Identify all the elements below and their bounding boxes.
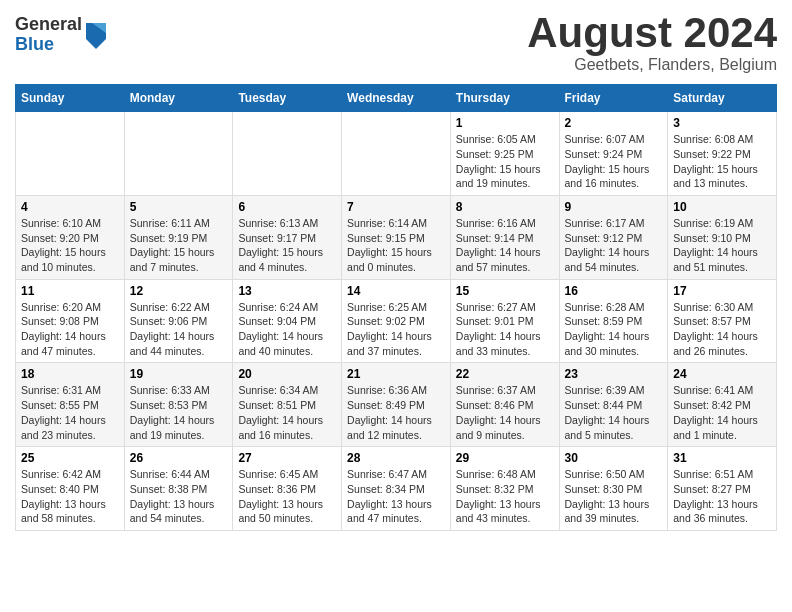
- day-number: 15: [456, 284, 554, 298]
- day-number: 25: [21, 451, 119, 465]
- table-row: 15Sunrise: 6:27 AMSunset: 9:01 PMDayligh…: [450, 279, 559, 363]
- day-info: Sunrise: 6:24 AMSunset: 9:04 PMDaylight:…: [238, 300, 336, 359]
- day-number: 8: [456, 200, 554, 214]
- day-number: 2: [565, 116, 663, 130]
- table-row: 29Sunrise: 6:48 AMSunset: 8:32 PMDayligh…: [450, 447, 559, 531]
- day-info: Sunrise: 6:16 AMSunset: 9:14 PMDaylight:…: [456, 216, 554, 275]
- day-info: Sunrise: 6:07 AMSunset: 9:24 PMDaylight:…: [565, 132, 663, 191]
- day-info: Sunrise: 6:10 AMSunset: 9:20 PMDaylight:…: [21, 216, 119, 275]
- day-number: 12: [130, 284, 228, 298]
- day-number: 19: [130, 367, 228, 381]
- table-row: 25Sunrise: 6:42 AMSunset: 8:40 PMDayligh…: [16, 447, 125, 531]
- table-row: 14Sunrise: 6:25 AMSunset: 9:02 PMDayligh…: [342, 279, 451, 363]
- day-number: 3: [673, 116, 771, 130]
- day-info: Sunrise: 6:22 AMSunset: 9:06 PMDaylight:…: [130, 300, 228, 359]
- day-number: 31: [673, 451, 771, 465]
- day-info: Sunrise: 6:31 AMSunset: 8:55 PMDaylight:…: [21, 383, 119, 442]
- day-info: Sunrise: 6:39 AMSunset: 8:44 PMDaylight:…: [565, 383, 663, 442]
- table-row: 4Sunrise: 6:10 AMSunset: 9:20 PMDaylight…: [16, 195, 125, 279]
- table-row: [342, 112, 451, 196]
- col-tuesday: Tuesday: [233, 85, 342, 112]
- day-number: 21: [347, 367, 445, 381]
- table-row: 9Sunrise: 6:17 AMSunset: 9:12 PMDaylight…: [559, 195, 668, 279]
- day-info: Sunrise: 6:42 AMSunset: 8:40 PMDaylight:…: [21, 467, 119, 526]
- day-info: Sunrise: 6:13 AMSunset: 9:17 PMDaylight:…: [238, 216, 336, 275]
- table-row: 7Sunrise: 6:14 AMSunset: 9:15 PMDaylight…: [342, 195, 451, 279]
- table-row: 6Sunrise: 6:13 AMSunset: 9:17 PMDaylight…: [233, 195, 342, 279]
- day-info: Sunrise: 6:48 AMSunset: 8:32 PMDaylight:…: [456, 467, 554, 526]
- calendar-header-row: Sunday Monday Tuesday Wednesday Thursday…: [16, 85, 777, 112]
- day-number: 11: [21, 284, 119, 298]
- table-row: 2Sunrise: 6:07 AMSunset: 9:24 PMDaylight…: [559, 112, 668, 196]
- day-info: Sunrise: 6:05 AMSunset: 9:25 PMDaylight:…: [456, 132, 554, 191]
- calendar-week-row: 11Sunrise: 6:20 AMSunset: 9:08 PMDayligh…: [16, 279, 777, 363]
- day-number: 30: [565, 451, 663, 465]
- calendar-table: Sunday Monday Tuesday Wednesday Thursday…: [15, 84, 777, 531]
- header: General Blue August 2024 Geetbets, Fland…: [15, 10, 777, 74]
- day-info: Sunrise: 6:34 AMSunset: 8:51 PMDaylight:…: [238, 383, 336, 442]
- calendar-week-row: 18Sunrise: 6:31 AMSunset: 8:55 PMDayligh…: [16, 363, 777, 447]
- day-number: 20: [238, 367, 336, 381]
- day-number: 23: [565, 367, 663, 381]
- day-number: 10: [673, 200, 771, 214]
- calendar-week-row: 4Sunrise: 6:10 AMSunset: 9:20 PMDaylight…: [16, 195, 777, 279]
- table-row: 10Sunrise: 6:19 AMSunset: 9:10 PMDayligh…: [668, 195, 777, 279]
- table-row: 12Sunrise: 6:22 AMSunset: 9:06 PMDayligh…: [124, 279, 233, 363]
- day-info: Sunrise: 6:45 AMSunset: 8:36 PMDaylight:…: [238, 467, 336, 526]
- table-row: 22Sunrise: 6:37 AMSunset: 8:46 PMDayligh…: [450, 363, 559, 447]
- title-block: August 2024 Geetbets, Flanders, Belgium: [527, 10, 777, 74]
- day-info: Sunrise: 6:25 AMSunset: 9:02 PMDaylight:…: [347, 300, 445, 359]
- day-number: 9: [565, 200, 663, 214]
- day-number: 1: [456, 116, 554, 130]
- table-row: [16, 112, 125, 196]
- table-row: 17Sunrise: 6:30 AMSunset: 8:57 PMDayligh…: [668, 279, 777, 363]
- day-number: 22: [456, 367, 554, 381]
- table-row: 5Sunrise: 6:11 AMSunset: 9:19 PMDaylight…: [124, 195, 233, 279]
- month-title: August 2024: [527, 10, 777, 56]
- day-number: 16: [565, 284, 663, 298]
- day-info: Sunrise: 6:30 AMSunset: 8:57 PMDaylight:…: [673, 300, 771, 359]
- day-number: 29: [456, 451, 554, 465]
- day-info: Sunrise: 6:19 AMSunset: 9:10 PMDaylight:…: [673, 216, 771, 275]
- day-number: 7: [347, 200, 445, 214]
- table-row: 26Sunrise: 6:44 AMSunset: 8:38 PMDayligh…: [124, 447, 233, 531]
- table-row: 30Sunrise: 6:50 AMSunset: 8:30 PMDayligh…: [559, 447, 668, 531]
- day-info: Sunrise: 6:47 AMSunset: 8:34 PMDaylight:…: [347, 467, 445, 526]
- day-number: 26: [130, 451, 228, 465]
- day-info: Sunrise: 6:36 AMSunset: 8:49 PMDaylight:…: [347, 383, 445, 442]
- day-number: 4: [21, 200, 119, 214]
- col-friday: Friday: [559, 85, 668, 112]
- table-row: 24Sunrise: 6:41 AMSunset: 8:42 PMDayligh…: [668, 363, 777, 447]
- table-row: 11Sunrise: 6:20 AMSunset: 9:08 PMDayligh…: [16, 279, 125, 363]
- logo-general: General: [15, 15, 82, 35]
- day-info: Sunrise: 6:27 AMSunset: 9:01 PMDaylight:…: [456, 300, 554, 359]
- table-row: 8Sunrise: 6:16 AMSunset: 9:14 PMDaylight…: [450, 195, 559, 279]
- day-info: Sunrise: 6:20 AMSunset: 9:08 PMDaylight:…: [21, 300, 119, 359]
- calendar-week-row: 1Sunrise: 6:05 AMSunset: 9:25 PMDaylight…: [16, 112, 777, 196]
- day-info: Sunrise: 6:33 AMSunset: 8:53 PMDaylight:…: [130, 383, 228, 442]
- logo: General Blue: [15, 15, 108, 55]
- table-row: 1Sunrise: 6:05 AMSunset: 9:25 PMDaylight…: [450, 112, 559, 196]
- table-row: 19Sunrise: 6:33 AMSunset: 8:53 PMDayligh…: [124, 363, 233, 447]
- day-info: Sunrise: 6:51 AMSunset: 8:27 PMDaylight:…: [673, 467, 771, 526]
- day-info: Sunrise: 6:08 AMSunset: 9:22 PMDaylight:…: [673, 132, 771, 191]
- table-row: 21Sunrise: 6:36 AMSunset: 8:49 PMDayligh…: [342, 363, 451, 447]
- table-row: 20Sunrise: 6:34 AMSunset: 8:51 PMDayligh…: [233, 363, 342, 447]
- day-info: Sunrise: 6:50 AMSunset: 8:30 PMDaylight:…: [565, 467, 663, 526]
- day-info: Sunrise: 6:41 AMSunset: 8:42 PMDaylight:…: [673, 383, 771, 442]
- col-saturday: Saturday: [668, 85, 777, 112]
- table-row: [233, 112, 342, 196]
- day-number: 5: [130, 200, 228, 214]
- day-number: 28: [347, 451, 445, 465]
- table-row: 27Sunrise: 6:45 AMSunset: 8:36 PMDayligh…: [233, 447, 342, 531]
- day-info: Sunrise: 6:14 AMSunset: 9:15 PMDaylight:…: [347, 216, 445, 275]
- day-info: Sunrise: 6:11 AMSunset: 9:19 PMDaylight:…: [130, 216, 228, 275]
- logo-icon: [84, 21, 108, 49]
- day-number: 17: [673, 284, 771, 298]
- day-number: 13: [238, 284, 336, 298]
- day-number: 27: [238, 451, 336, 465]
- day-info: Sunrise: 6:37 AMSunset: 8:46 PMDaylight:…: [456, 383, 554, 442]
- day-number: 24: [673, 367, 771, 381]
- day-info: Sunrise: 6:44 AMSunset: 8:38 PMDaylight:…: [130, 467, 228, 526]
- location: Geetbets, Flanders, Belgium: [527, 56, 777, 74]
